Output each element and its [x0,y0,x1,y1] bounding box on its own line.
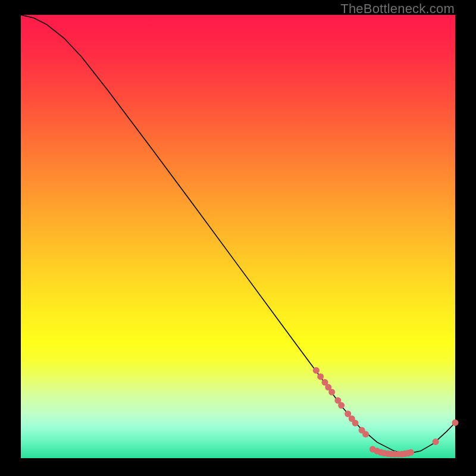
scatter-group [313,367,459,458]
chart-frame: TheBottleneck.com [0,0,476,476]
scatter-dot [452,419,459,426]
scatter-dot [338,402,345,409]
plot-area [21,15,455,458]
scatter-dot [433,439,439,445]
bottleneck-curve [21,15,455,454]
scatter-dot [352,420,359,427]
scatter-dot [317,373,324,380]
scatter-dot [328,389,335,396]
scatter-dot [362,431,369,437]
scatter-dot [313,367,320,374]
scatter-dot [408,449,414,456]
chart-svg [21,15,455,458]
